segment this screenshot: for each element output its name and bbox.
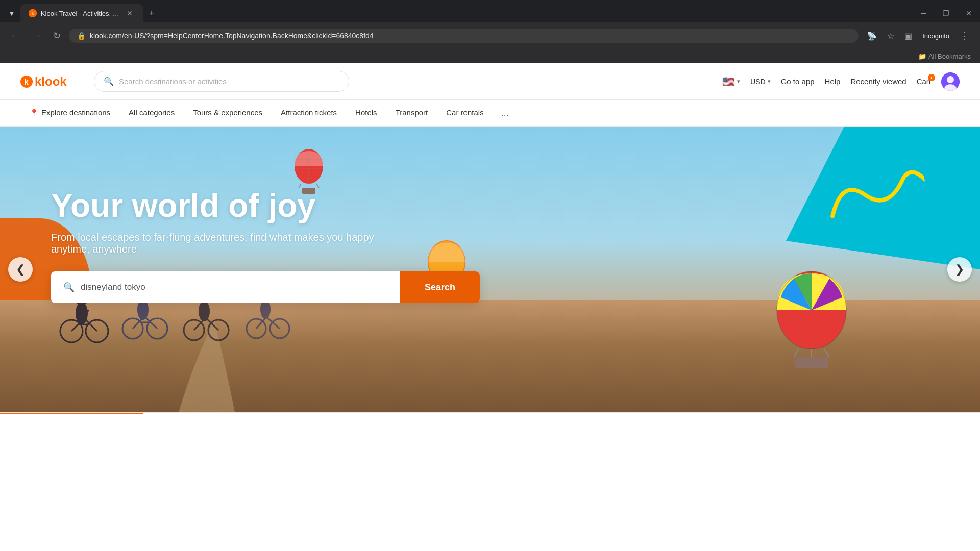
svg-rect-25 bbox=[795, 357, 828, 368]
browser-tab-active[interactable]: k Klook Travel - Activities, tours, ✕ bbox=[20, 4, 143, 22]
refresh-btn[interactable]: ↻ bbox=[49, 28, 65, 43]
close-btn[interactable]: ✕ bbox=[958, 5, 980, 21]
nav-explore-label: Explore destinations bbox=[41, 108, 110, 117]
website: k klook 🔍 Search destinations or activit… bbox=[0, 63, 980, 437]
bookmark-icon[interactable]: ☆ bbox=[883, 28, 898, 44]
svg-line-23 bbox=[824, 349, 829, 357]
nav-hotels[interactable]: Hotels bbox=[346, 100, 386, 126]
us-flag-icon: 🇺🇸 bbox=[722, 76, 735, 88]
header-search[interactable]: 🔍 Search destinations or activities bbox=[94, 71, 349, 92]
header-search-placeholder: Search destinations or activities bbox=[119, 77, 227, 86]
balloon-3 bbox=[771, 269, 852, 373]
hero-search-button[interactable]: Search bbox=[400, 271, 480, 303]
nav-rentals-label: Car rentals bbox=[446, 108, 483, 117]
back-btn[interactable]: ← bbox=[6, 29, 23, 43]
sidebar-icon[interactable]: ▣ bbox=[900, 28, 916, 44]
cast-icon[interactable]: 📡 bbox=[863, 28, 881, 44]
lock-icon: 🔒 bbox=[77, 32, 86, 40]
browser-chrome: ▼ k Klook Travel - Activities, tours, ✕ … bbox=[0, 0, 980, 63]
address-bar[interactable]: 🔒 klook.com/en-US/?spm=HelpCenterHome.To… bbox=[69, 29, 859, 43]
header-search-box[interactable]: 🔍 Search destinations or activities bbox=[94, 71, 349, 92]
toolbar-actions: 📡 ☆ ▣ Incognito ⋮ bbox=[863, 27, 974, 45]
hero-search-bar[interactable]: 🔍 disneyland tokyo Search bbox=[51, 271, 480, 303]
tab-title: Klook Travel - Activities, tours, bbox=[41, 10, 120, 17]
all-bookmarks-item[interactable]: 📁 All Bookmarks bbox=[915, 52, 974, 61]
goto-app-btn[interactable]: Go to app bbox=[781, 77, 815, 86]
header-search-icon: 🔍 bbox=[104, 77, 114, 86]
site-nav: 📍 Explore destinations All categories To… bbox=[0, 100, 980, 127]
hero-title: Your world of joy bbox=[51, 188, 480, 223]
cart-btn[interactable]: Cart • bbox=[917, 77, 931, 86]
minimize-btn[interactable]: ─ bbox=[913, 5, 935, 21]
cart-badge: • bbox=[928, 74, 935, 81]
nav-tours-label: Tours & experiences bbox=[193, 108, 262, 117]
svg-line-10 bbox=[316, 184, 319, 188]
user-avatar[interactable] bbox=[941, 72, 960, 91]
address-url: klook.com/en-US/?spm=HelpCenterHome.TopN… bbox=[90, 32, 850, 40]
hero-prev-btn[interactable]: ❮ bbox=[8, 257, 33, 282]
hero-search-input-wrapper[interactable]: 🔍 disneyland tokyo bbox=[51, 271, 400, 303]
location-pin-icon: 📍 bbox=[30, 109, 38, 117]
hero-section: Your world of joy From local escapes to … bbox=[0, 127, 980, 412]
hero-content: Your world of joy From local escapes to … bbox=[51, 188, 480, 303]
bottom-hint-bar bbox=[0, 413, 143, 437]
window-controls: ─ ❐ ✕ bbox=[913, 5, 980, 21]
currency-chevron-icon: ▾ bbox=[768, 78, 771, 85]
bookmarks-label: All Bookmarks bbox=[928, 53, 971, 60]
klook-logo[interactable]: k klook bbox=[20, 71, 82, 92]
hero-search-value: disneyland tokyo bbox=[81, 282, 145, 292]
bookmarks-folder-icon: 📁 bbox=[918, 53, 926, 60]
avatar-icon bbox=[941, 72, 960, 91]
nav-attraction-label: Attraction tickets bbox=[281, 108, 337, 117]
language-chevron-icon: ▾ bbox=[737, 78, 740, 85]
svg-text:k: k bbox=[24, 78, 29, 86]
bottom-bar bbox=[0, 412, 980, 437]
nav-categories-label: All categories bbox=[129, 108, 175, 117]
header-right: 🇺🇸 ▾ USD ▾ Go to app Help Recently viewe… bbox=[722, 72, 960, 91]
nav-rentals[interactable]: Car rentals bbox=[437, 100, 493, 126]
recently-viewed-btn[interactable]: Recently viewed bbox=[850, 77, 906, 86]
browser-toolbar: ← → ↻ 🔒 klook.com/en-US/?spm=HelpCenterH… bbox=[0, 22, 980, 49]
maximize-btn[interactable]: ❐ bbox=[935, 5, 958, 21]
tab-dropdown-btn[interactable]: ▼ bbox=[4, 6, 19, 20]
currency-label: USD bbox=[750, 78, 766, 86]
klook-logo-svg: k klook bbox=[20, 71, 82, 92]
browser-tab-group: ▼ k Klook Travel - Activities, tours, ✕ … bbox=[4, 4, 159, 22]
hero-search-icon: 🔍 bbox=[63, 282, 75, 293]
new-tab-btn[interactable]: + bbox=[144, 5, 160, 22]
nav-more-btn[interactable]: ... bbox=[493, 100, 517, 126]
tab-close-btn[interactable]: ✕ bbox=[125, 8, 135, 18]
svg-text:klook: klook bbox=[35, 74, 67, 88]
help-btn[interactable]: Help bbox=[825, 77, 841, 86]
svg-line-22 bbox=[794, 349, 799, 357]
forward-btn[interactable]: → bbox=[28, 29, 45, 43]
nav-tours[interactable]: Tours & experiences bbox=[184, 100, 272, 126]
hero-yellow-squiggle bbox=[820, 159, 935, 259]
hero-subtitle: From local escapes to far-flung adventur… bbox=[51, 232, 408, 255]
hero-next-btn[interactable]: ❯ bbox=[947, 257, 972, 282]
language-selector[interactable]: 🇺🇸 ▾ bbox=[722, 76, 740, 88]
svg-point-6 bbox=[947, 76, 954, 83]
tab-favicon-icon: k bbox=[29, 9, 37, 17]
browser-tab-bar: ▼ k Klook Travel - Activities, tours, ✕ … bbox=[0, 0, 980, 22]
bookmarks-bar: 📁 All Bookmarks bbox=[0, 49, 980, 63]
nav-attraction[interactable]: Attraction tickets bbox=[272, 100, 346, 126]
menu-btn[interactable]: ⋮ bbox=[955, 27, 974, 45]
nav-categories[interactable]: All categories bbox=[119, 100, 184, 126]
nav-explore[interactable]: 📍 Explore destinations bbox=[20, 100, 119, 126]
nav-hotels-label: Hotels bbox=[355, 108, 377, 117]
nav-transport[interactable]: Transport bbox=[386, 100, 437, 126]
nav-transport-label: Transport bbox=[396, 108, 428, 117]
profile-btn[interactable]: Incognito bbox=[918, 29, 953, 43]
currency-selector[interactable]: USD ▾ bbox=[750, 78, 771, 86]
site-header: k klook 🔍 Search destinations or activit… bbox=[0, 63, 980, 100]
